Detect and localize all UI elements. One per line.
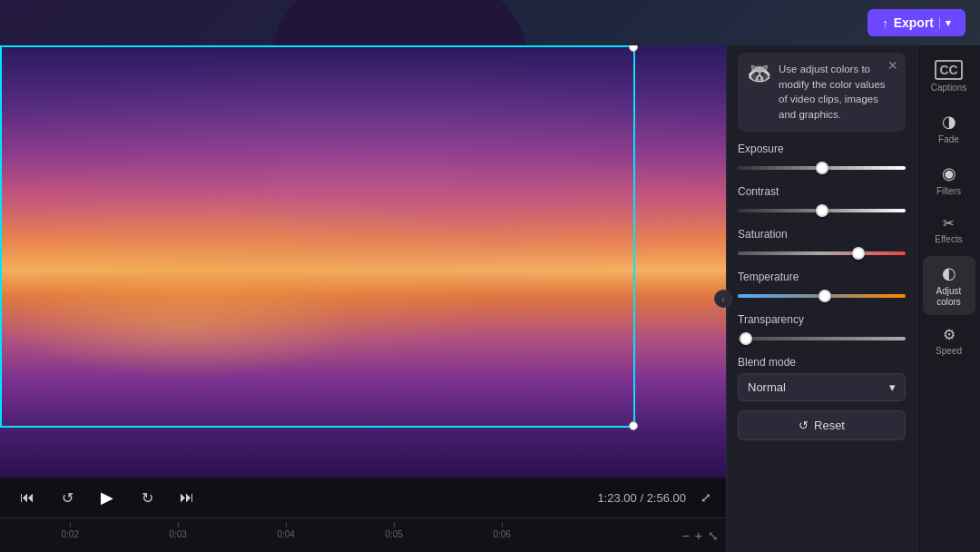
saturation-thumb[interactable] xyxy=(852,247,865,260)
top-bar: ↑ Export ▾ xyxy=(0,0,980,45)
timeline-marker-5: 0:06 xyxy=(493,522,510,539)
reset-button[interactable]: ↺ Reset xyxy=(738,410,906,440)
exposure-track-bg xyxy=(738,166,906,170)
effects-icon: ✂ xyxy=(943,215,955,232)
transparency-label: Transparency xyxy=(738,313,906,326)
sidebar-item-adjust-colors[interactable]: ◐ Adjust colors xyxy=(923,256,975,315)
captions-icon: CC xyxy=(935,60,962,80)
saturation-row: Saturation xyxy=(738,228,906,261)
side-icons-bar: CC Captions ◑ Fade ◉ Filters ✂ Effects ◐… xyxy=(916,45,980,552)
skip-forward-icon: ⏭ xyxy=(180,489,194,506)
tooltip-emoji: 🦝 xyxy=(747,62,771,85)
export-button[interactable]: ↑ Export ▾ xyxy=(867,9,965,36)
fade-label: Fade xyxy=(938,134,959,145)
blend-mode-select[interactable]: Normal ▾ xyxy=(738,373,906,401)
blend-mode-chevron-icon: ▾ xyxy=(889,380,896,394)
contrast-track-bg xyxy=(738,209,906,212)
main-container: ↑ Export ▾ ⏮ ↺ xyxy=(0,0,980,552)
exposure-thumb[interactable] xyxy=(816,162,828,174)
skip-back-button[interactable]: ⏮ xyxy=(15,485,40,510)
video-panel: ⏮ ↺ ▶ ↻ ⏭ 1:23.00 / 2:56.00 xyxy=(0,45,726,552)
transparency-track-bg xyxy=(738,337,906,340)
effects-label: Effects xyxy=(935,234,962,245)
blend-mode-label: Blend mode xyxy=(738,356,906,369)
saturation-label: Saturation xyxy=(738,228,906,241)
tooltip-card: 🦝 Use adjust colors to modify the color … xyxy=(738,53,906,132)
zoom-out-icon: − xyxy=(682,528,690,543)
tooltip-text: Use adjust colors to modify the color va… xyxy=(779,62,897,123)
temperature-track[interactable] xyxy=(738,288,906,304)
temperature-label: Temperature xyxy=(738,271,906,283)
timeline-marker-2: 0:03 xyxy=(169,522,186,539)
total-time: 2:56.00 xyxy=(647,491,686,505)
fast-forward-button[interactable]: ↻ xyxy=(134,485,160,510)
timeline-markers: 0:02 0:03 0:04 0:05 0:06 xyxy=(7,518,682,552)
play-icon: ▶ xyxy=(101,488,113,508)
reset-icon: ↺ xyxy=(799,419,808,432)
adjust-colors-label: Adjust colors xyxy=(926,286,972,308)
fade-icon: ◑ xyxy=(942,112,956,132)
speed-label: Speed xyxy=(936,346,962,357)
export-chevron-icon: ▾ xyxy=(939,17,951,29)
timeline-marker-4: 0:05 xyxy=(385,522,402,539)
current-time: 1:23.00 xyxy=(597,491,636,505)
export-label: Export xyxy=(894,15,934,30)
blend-mode-section: Blend mode Normal ▾ xyxy=(738,356,906,401)
blend-mode-value: Normal xyxy=(748,380,786,394)
timeline: 0:02 0:03 0:04 0:05 0:06 − + ⤡ xyxy=(0,518,726,552)
content-area: ⏮ ↺ ▶ ↻ ⏭ 1:23.00 / 2:56.00 xyxy=(0,45,980,552)
adjust-panel-content: 🦝 Use adjust colors to modify the color … xyxy=(727,45,916,552)
transparency-thumb[interactable] xyxy=(740,332,752,345)
filters-label: Filters xyxy=(936,186,961,197)
zoom-out-button[interactable]: − xyxy=(682,528,690,543)
zoom-in-icon: + xyxy=(695,528,702,543)
timeline-marker-1: 0:02 xyxy=(61,522,78,539)
sidebar-item-captions[interactable]: CC Captions xyxy=(923,53,975,101)
adjust-colors-panel: ‹ 🦝 Use adjust colors to modify the colo… xyxy=(726,45,916,552)
sidebar-item-filters[interactable]: ◉ Filters xyxy=(923,156,975,204)
tooltip-close-button[interactable]: ✕ xyxy=(887,58,898,73)
fit-icon: ⤡ xyxy=(708,528,719,543)
video-controls-bar: ⏮ ↺ ▶ ↻ ⏭ 1:23.00 / 2:56.00 xyxy=(0,478,726,518)
rewind-button[interactable]: ↺ xyxy=(54,485,80,510)
exposure-row: Exposure xyxy=(738,143,906,176)
fit-button[interactable]: ⤡ xyxy=(708,528,719,543)
transparency-track[interactable] xyxy=(738,330,906,347)
fullscreen-button[interactable]: ⤢ xyxy=(701,490,711,505)
fast-forward-icon: ↻ xyxy=(142,489,153,507)
saturation-track[interactable] xyxy=(738,245,906,261)
skip-forward-button[interactable]: ⏭ xyxy=(174,485,200,510)
contrast-label: Contrast xyxy=(738,185,906,198)
sidebar-item-effects[interactable]: ✂ Effects xyxy=(923,208,975,252)
filters-icon: ◉ xyxy=(942,163,956,183)
video-preview xyxy=(0,45,726,478)
temperature-track-bg xyxy=(738,294,906,298)
contrast-row: Contrast xyxy=(738,185,906,219)
contrast-track[interactable] xyxy=(738,202,906,219)
panel-expand-arrow[interactable]: ‹ xyxy=(714,290,732,308)
exposure-label: Exposure xyxy=(738,143,906,155)
rewind-icon: ↺ xyxy=(62,489,74,507)
speed-icon: ⚙ xyxy=(943,326,956,343)
contrast-thumb[interactable] xyxy=(816,204,828,217)
transparency-row: Transparency xyxy=(738,313,906,347)
sidebar-item-fade[interactable]: ◑ Fade xyxy=(923,104,975,153)
reset-label: Reset xyxy=(814,419,845,432)
temperature-row: Temperature xyxy=(738,271,906,304)
zoom-controls: − + ⤡ xyxy=(682,528,719,543)
temperature-thumb[interactable] xyxy=(818,290,831,302)
timeline-marker-3: 0:04 xyxy=(277,522,294,539)
exposure-track[interactable] xyxy=(738,160,906,176)
fullscreen-icon: ⤢ xyxy=(701,490,711,505)
sidebar-item-speed[interactable]: ⚙ Speed xyxy=(923,319,975,364)
skip-back-icon: ⏮ xyxy=(20,489,34,506)
captions-label: Captions xyxy=(931,83,966,94)
export-arrow-icon: ↑ xyxy=(882,16,888,30)
time-display: 1:23.00 / 2:56.00 xyxy=(597,491,686,505)
play-button[interactable]: ▶ xyxy=(94,485,120,510)
adjust-colors-icon: ◐ xyxy=(942,263,956,283)
time-separator: / xyxy=(640,491,646,505)
saturation-track-bg xyxy=(738,251,906,255)
zoom-in-button[interactable]: + xyxy=(695,528,702,543)
video-overlay xyxy=(0,45,726,478)
